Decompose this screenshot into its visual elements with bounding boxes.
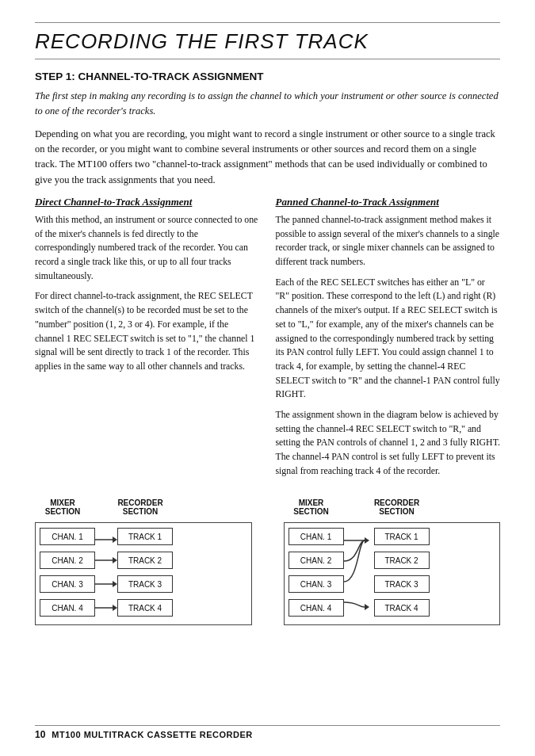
panned-chan1: CHAN. 1 — [289, 528, 344, 545]
panned-chan4: CHAN. 4 — [289, 599, 344, 617]
arrow3 — [95, 575, 117, 593]
footer: 10 MT100 MULTITRACK CASSETTE RECORDER — [35, 725, 500, 740]
panned-track3: TRACK 3 — [374, 575, 430, 593]
direct-chan1: CHAN. 1 — [40, 528, 95, 545]
direct-track3: TRACK 3 — [117, 575, 173, 593]
direct-chan3: CHAN. 3 — [40, 575, 95, 593]
page: RECORDING THE FIRST TRACK STEP 1: CHANNE… — [0, 0, 535, 756]
direct-track4: TRACK 4 — [117, 599, 173, 617]
step-heading: STEP 1: CHANNEL-TO-TRACK ASSIGNMENT — [35, 71, 500, 82]
direct-mixer-label: MIXER SECTION — [35, 498, 90, 519]
direct-diagram: MIXER SECTION RECORDER SECTION CHAN. 1 C… — [35, 498, 252, 625]
direct-recorder-label: RECORDER SECTION — [113, 498, 168, 519]
svg-marker-10 — [365, 604, 369, 610]
direct-heading: Direct Channel-to-Track Assignment — [35, 196, 260, 208]
panned-recorder-boxes: TRACK 1 TRACK 2 TRACK 3 TRACK 4 — [374, 528, 430, 620]
diagrams-section: MIXER SECTION RECORDER SECTION CHAN. 1 C… — [35, 498, 500, 625]
panned-track2: TRACK 2 — [374, 552, 430, 569]
direct-para1: With this method, an instrument or sourc… — [35, 213, 260, 283]
direct-track2: TRACK 2 — [117, 552, 173, 569]
panned-chan3: CHAN. 3 — [289, 575, 344, 593]
direct-assignment-col: Direct Channel-to-Track Assignment With … — [35, 196, 260, 484]
svg-marker-9 — [365, 537, 369, 544]
direct-chan2: CHAN. 2 — [40, 552, 95, 569]
arrow2 — [95, 552, 117, 569]
arrow1 — [95, 531, 117, 548]
panned-para3: The assignment shown in the diagram belo… — [276, 408, 501, 478]
footer-page-number: 10 — [35, 729, 45, 740]
panned-assignment-col: Panned Channel-to-Track Assignment The p… — [276, 196, 501, 484]
panned-mixer-boxes: CHAN. 1 CHAN. 2 CHAN. 3 CHAN. 4 — [289, 528, 344, 620]
direct-mixer-boxes: CHAN. 1 CHAN. 2 CHAN. 3 CHAN. 4 — [40, 528, 95, 620]
intro-paragraph: The first step in making any recording i… — [35, 89, 500, 119]
panned-diagram: MIXER SECTION RECORDER SECTION CHAN. 1 C… — [284, 498, 501, 625]
footer-text: MT100 MULTITRACK CASSETTE RECORDER — [52, 730, 252, 739]
page-title: RECORDING THE FIRST TRACK — [35, 29, 500, 59]
direct-recorder-boxes: TRACK 1 TRACK 2 TRACK 3 TRACK 4 — [117, 528, 173, 620]
arrow4 — [95, 599, 117, 617]
panned-mixer-label: MIXER SECTION — [284, 498, 339, 519]
direct-para2: For direct channel-to-track assignment, … — [35, 289, 260, 373]
panned-heading: Panned Channel-to-Track Assignment — [276, 196, 501, 208]
panned-recorder-label: RECORDER SECTION — [369, 498, 425, 519]
direct-chan4: CHAN. 4 — [40, 599, 95, 617]
panned-arrows — [344, 532, 374, 616]
panned-chan2: CHAN. 2 — [289, 552, 344, 569]
panned-track4: TRACK 4 — [374, 599, 430, 617]
two-column-section: Direct Channel-to-Track Assignment With … — [35, 196, 500, 484]
top-rule — [35, 22, 500, 23]
panned-para2: Each of the REC SELECT switches has eith… — [276, 276, 501, 402]
panned-track1: TRACK 1 — [374, 528, 430, 545]
direct-track1: TRACK 1 — [117, 528, 173, 545]
step1-para1: Depending on what you are recording, you… — [35, 127, 500, 189]
panned-para1: The panned channel-to-track assignment m… — [276, 213, 501, 269]
